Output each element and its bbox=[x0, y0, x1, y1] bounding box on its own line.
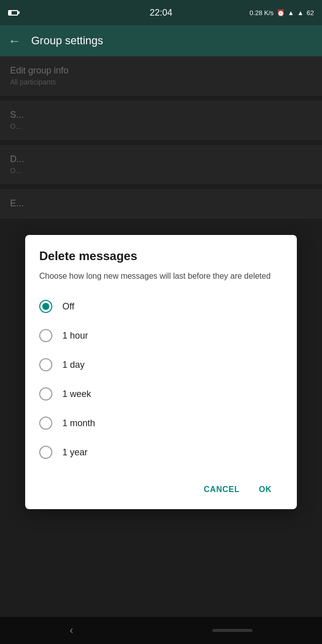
dialog-actions: CANCEL OK bbox=[39, 470, 283, 509]
radio-circle-1day bbox=[39, 358, 52, 371]
status-time: 22:04 bbox=[149, 8, 172, 18]
radio-circle-1month bbox=[39, 417, 52, 430]
radio-circle-off bbox=[39, 300, 52, 313]
cancel-button[interactable]: CANCEL bbox=[197, 480, 247, 499]
status-bar: 22:04 0.28 K/s ⏰ ▲ ▲ 62 bbox=[0, 0, 322, 25]
radio-option-1month[interactable]: 1 month bbox=[39, 409, 283, 438]
status-bar-right: 0.28 K/s ⏰ ▲ ▲ 62 bbox=[250, 9, 314, 17]
radio-label-off: Off bbox=[62, 301, 74, 312]
radio-option-off[interactable]: Off bbox=[39, 292, 283, 321]
radio-option-1hour[interactable]: 1 hour bbox=[39, 321, 283, 350]
radio-option-1week[interactable]: 1 week bbox=[39, 379, 283, 409]
battery-level: 62 bbox=[307, 9, 314, 17]
dialog-description: Choose how long new messages will last b… bbox=[39, 270, 283, 282]
network-speed: 0.28 K/s bbox=[250, 9, 274, 17]
app-bar: ← Group settings bbox=[0, 25, 322, 56]
radio-label-1hour: 1 hour bbox=[62, 331, 88, 341]
status-bar-left bbox=[8, 10, 18, 16]
radio-option-1day[interactable]: 1 day bbox=[39, 350, 283, 379]
page-title: Group settings bbox=[31, 34, 103, 47]
back-button[interactable]: ← bbox=[8, 33, 21, 49]
delete-messages-dialog: Delete messages Choose how long new mess… bbox=[25, 235, 297, 509]
wifi-icon: ▲ bbox=[288, 9, 294, 17]
radio-circle-1year bbox=[39, 446, 52, 459]
radio-label-1year: 1 year bbox=[62, 447, 88, 458]
radio-option-1year[interactable]: 1 year bbox=[39, 438, 283, 467]
alarm-icon: ⏰ bbox=[277, 9, 285, 17]
radio-label-1month: 1 month bbox=[62, 418, 95, 429]
radio-circle-1week bbox=[39, 387, 52, 400]
radio-label-1day: 1 day bbox=[62, 360, 85, 370]
signal-icon: ▲ bbox=[297, 9, 304, 17]
settings-background: Edit group info All participants S... O.… bbox=[0, 56, 322, 644]
dialog-title: Delete messages bbox=[39, 249, 283, 263]
ok-button[interactable]: OK bbox=[252, 480, 279, 499]
battery-icon bbox=[8, 10, 18, 16]
radio-label-1week: 1 week bbox=[62, 389, 91, 399]
radio-circle-1hour bbox=[39, 329, 52, 342]
